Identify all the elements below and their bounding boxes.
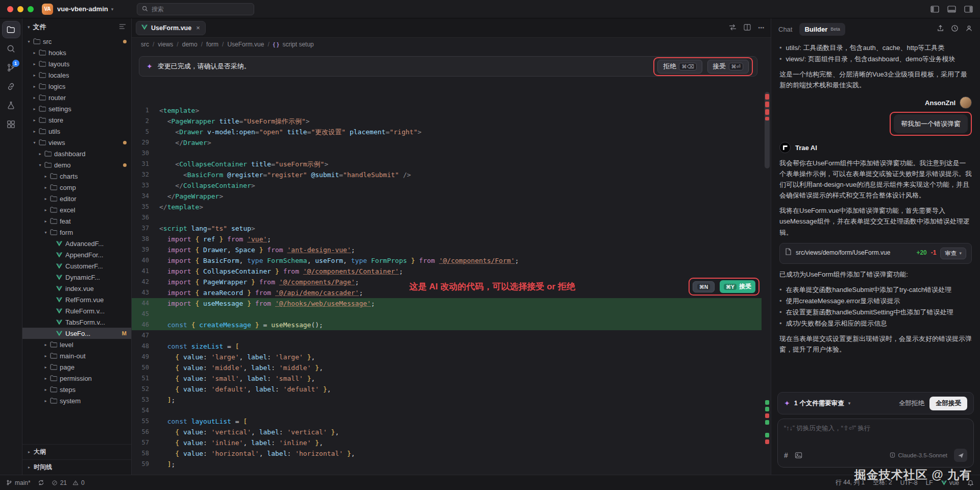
encoding-indicator[interactable]: UTF-8 (900, 479, 918, 486)
tree-item-comp[interactable]: ▸comp (22, 182, 131, 193)
tree-item-feat[interactable]: ▸feat (22, 215, 131, 227)
timeline-section[interactable]: ▸ 时间线 (22, 459, 131, 475)
tree-item-excel[interactable]: ▸excel (22, 204, 131, 215)
sparkle-icon: ✦ (146, 62, 153, 70)
file-explorer: ▾ 文件 ▾src▸hooks▸layouts▸locales▸logics▸r… (22, 18, 132, 475)
tree-item-utils[interactable]: ▸utils (22, 126, 131, 137)
breadcrumb-item[interactable]: src (141, 41, 149, 48)
tree-item-router[interactable]: ▸router (22, 92, 131, 103)
tree-item-src[interactable]: ▾src (22, 36, 131, 47)
chevron-down-icon[interactable]: ▾ (848, 401, 851, 406)
split-editor-icon[interactable] (744, 24, 751, 32)
toggle-right-sidebar-icon[interactable] (964, 6, 973, 13)
reject-changes-button[interactable]: 拒绝 ⌘⌫ (657, 60, 702, 74)
toggle-left-sidebar-icon[interactable] (930, 6, 939, 13)
explorer-actions-icon[interactable] (119, 23, 126, 31)
minimize-window-button[interactable] (17, 6, 23, 12)
compare-changes-icon[interactable] (729, 24, 737, 32)
tree-item-level[interactable]: ▸level (22, 339, 131, 350)
tree-item-refform-vue[interactable]: RefForm.vue (22, 294, 131, 305)
tree-item-page[interactable]: ▸page (22, 361, 131, 373)
tree-item-editor[interactable]: ▸editor (22, 193, 131, 204)
breadcrumb-item[interactable]: demo (182, 41, 198, 48)
breadcrumb-symbol[interactable]: script setup (282, 41, 313, 48)
breadcrumb-item[interactable]: views (158, 41, 173, 48)
tree-item-store[interactable]: ▸store (22, 114, 131, 126)
tree-item-logics[interactable]: ▸logics (22, 81, 131, 92)
explorer-icon[interactable] (3, 21, 20, 38)
tab-useform-vue[interactable]: UseForm.vue × (136, 21, 206, 35)
tree-item-main-out[interactable]: ▸main-out (22, 350, 131, 361)
tree-item-system[interactable]: ▸system (22, 395, 131, 406)
source-control-icon[interactable]: 1 (3, 59, 20, 76)
export-chat-icon[interactable] (937, 24, 944, 34)
tab-builder[interactable]: Builder Beta (799, 23, 845, 36)
toggle-bottom-panel-icon[interactable] (947, 6, 956, 13)
model-selector[interactable]: Claude-3.5-Sonnet (890, 452, 947, 459)
tree-item-usefo[interactable]: UseFo...M (22, 328, 131, 339)
tree-item-hooks[interactable]: ▸hooks (22, 47, 131, 58)
tree-item-customerf[interactable]: CustomerF... (22, 260, 131, 272)
accept-all-button[interactable]: 全部接受 (929, 397, 967, 410)
sync-icon[interactable] (38, 479, 44, 486)
outline-section[interactable]: ▸ 大纲 (22, 444, 131, 459)
test-flask-icon[interactable] (3, 97, 20, 113)
maximize-window-button[interactable] (28, 6, 34, 12)
cursor-position[interactable]: 行 44, 列 1 (836, 478, 865, 487)
tab-chat[interactable]: Chat (778, 26, 792, 33)
code-line-29: 29 </Drawer> (132, 137, 762, 148)
tree-item-form[interactable]: ▾form (22, 227, 131, 238)
review-file-button[interactable]: 审查 ▾ (940, 248, 966, 259)
tree-item-index-vue[interactable]: index.vue (22, 283, 131, 294)
close-window-button[interactable] (7, 6, 13, 12)
send-button[interactable] (954, 449, 967, 462)
editor-tab-bar: UseForm.vue × ⋯ (132, 18, 771, 38)
tree-item-ruleform-v[interactable]: RuleForm.v... (22, 305, 131, 316)
global-search-input[interactable]: 搜索 (137, 3, 254, 15)
tree-item-dynamicf[interactable]: DynamicF... (22, 272, 131, 283)
code-area[interactable]: ✦ 变更已完成，请确认是否采纳。 拒绝 ⌘⌫ 接受 ⌘⏎ (132, 51, 771, 475)
attach-image-icon[interactable] (795, 452, 802, 459)
tree-item-steps[interactable]: ▸steps (22, 384, 131, 395)
reject-all-button[interactable]: 全部拒绝 (899, 399, 924, 408)
problems-indicator[interactable]: 21 0 (52, 479, 85, 486)
chevron-right-icon: ▸ (42, 354, 49, 358)
tree-item-layouts[interactable]: ▸layouts (22, 58, 131, 69)
tree-item-settings[interactable]: ▸settings (22, 103, 131, 114)
run-debug-icon[interactable] (3, 78, 20, 94)
tree-item-dashboard[interactable]: ▸dashboard (22, 148, 131, 159)
tree-item-advancedf[interactable]: AdvancedF... (22, 238, 131, 249)
history-icon[interactable] (951, 24, 959, 34)
tree-item-label: RefForm.vue (65, 296, 104, 304)
extensions-grid-icon[interactable] (3, 116, 20, 132)
close-icon[interactable]: × (196, 24, 200, 32)
tree-item-appendfor[interactable]: AppendFor... (22, 249, 131, 260)
notifications-bell-icon[interactable] (967, 479, 974, 486)
explorer-header[interactable]: ▾ 文件 (22, 18, 131, 36)
language-mode[interactable]: vue (941, 479, 959, 486)
search-icon[interactable] (3, 40, 20, 57)
tree-item-views[interactable]: ▾views (22, 137, 131, 148)
workspace-title[interactable]: vue-vben-admin (57, 5, 108, 13)
breadcrumb-item[interactable]: UseForm.vue (227, 41, 264, 48)
tree-item-label: feat (60, 217, 71, 225)
git-branch-indicator[interactable]: main* (6, 479, 31, 486)
tree-item-locales[interactable]: ▸locales (22, 69, 131, 81)
breadcrumb-item[interactable]: form (206, 41, 218, 48)
tree-item-demo[interactable]: ▾demo (22, 159, 131, 170)
eol-indicator[interactable]: LF (926, 479, 933, 486)
tree-item-tabsform-v[interactable]: TabsForm.v... (22, 316, 131, 328)
inline-reject-button[interactable]: ⌘N (693, 281, 715, 292)
chat-input[interactable]: “↑↓” 切换历史输入，“⇧⏎” 换行 # Claude-3.5-Sonnet (777, 419, 974, 468)
context-hash-icon[interactable]: # (784, 451, 788, 459)
accept-changes-button[interactable]: 接受 ⌘⏎ (707, 60, 749, 74)
tree-item-permission[interactable]: ▸permission (22, 373, 131, 384)
vue-file-icon (55, 263, 63, 269)
tree-item-charts[interactable]: ▸charts (22, 170, 131, 182)
inline-accept-button[interactable]: ⌘Y 接受 (720, 280, 755, 293)
indentation-indicator[interactable]: 空格: 2 (873, 478, 892, 487)
new-session-icon[interactable] (965, 24, 973, 34)
more-actions-icon[interactable]: ⋯ (758, 24, 765, 32)
line-number: 41 (132, 266, 159, 277)
file-diff-card[interactable]: src/views/demo/form/UseForm.vue +20 -1 审… (779, 243, 972, 264)
